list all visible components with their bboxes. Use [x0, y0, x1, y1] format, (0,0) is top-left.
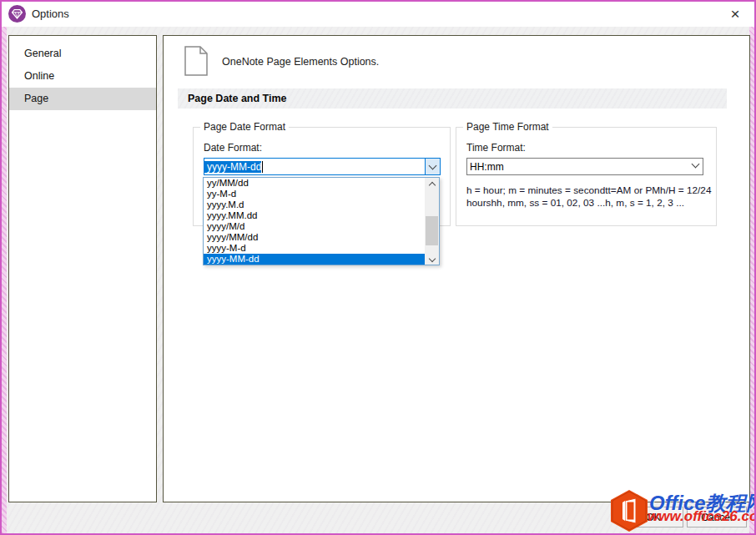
scrollbar-down-icon[interactable]: [425, 254, 439, 265]
sidebar-item-label: Online: [24, 70, 54, 82]
dropdown-option-selected[interactable]: yyyy-MM-dd: [204, 254, 425, 265]
combobox-value: HH:mm: [467, 161, 504, 173]
time-format-combobox[interactable]: HH:mm: [466, 158, 703, 175]
main-panel: OneNote Page Elements Options. Page Date…: [163, 35, 750, 502]
window-title: Options: [32, 8, 69, 20]
dropdown-option[interactable]: yy/MM/dd: [204, 178, 425, 189]
scrollbar-thumb[interactable]: [426, 216, 438, 245]
time-format-help-text: h = hour; m = minutes = secondtt=AM or P…: [466, 184, 715, 209]
sidebar-item-label: General: [24, 48, 61, 59]
sidebar: General Online Page: [8, 35, 157, 502]
dropdown-option[interactable]: yy-M-d: [204, 189, 425, 199]
close-icon[interactable]: ×: [724, 4, 746, 24]
dropdown-option[interactable]: yyyy/MM/dd: [204, 232, 425, 243]
sidebar-item-general[interactable]: General: [9, 43, 156, 65]
options-gem-icon: [8, 5, 26, 23]
cancel-button[interactable]: Cancel: [687, 507, 747, 527]
sidebar-item-page[interactable]: Page: [9, 88, 156, 110]
sidebar-item-label: Page: [24, 93, 48, 104]
options-dialog: Options × General Online Page OneNote Pa…: [0, 0, 756, 535]
chevron-down-icon: [693, 164, 698, 167]
chevron-down-icon[interactable]: [425, 159, 440, 174]
sidebar-item-online[interactable]: Online: [9, 65, 156, 88]
time-format-label: Time Format:: [466, 142, 526, 154]
group-title: Page Time Format: [463, 121, 552, 133]
page-time-format-group: Page Time Format Time Format: HH:mm h = …: [456, 127, 717, 226]
dropdown-option[interactable]: yyyy/M/d: [204, 221, 425, 232]
dropdown-option[interactable]: yyyy.M.d: [204, 199, 425, 210]
ok-button[interactable]: OK: [623, 507, 683, 527]
intro-text: OneNote Page Elements Options.: [222, 56, 379, 68]
text-caret: [262, 161, 263, 173]
section-header: Page Date and Time: [178, 88, 727, 109]
dropdown-list: yy/MM/dd yy-M-d yyyy.M.d yyyy.MM.dd yyyy…: [204, 178, 425, 265]
dropdown-scrollbar[interactable]: [425, 178, 439, 265]
date-format-combobox[interactable]: yyyy-MM-dd: [204, 158, 441, 175]
window-frame-left: [2, 26, 7, 533]
document-icon: [184, 46, 208, 79]
combobox-value: yyyy-MM-dd: [204, 161, 261, 173]
dropdown-option[interactable]: yyyy.MM.dd: [204, 210, 425, 221]
title-bar[interactable]: Options ×: [2, 2, 754, 27]
group-title: Page Date Format: [200, 121, 289, 133]
date-format-label: Date Format:: [204, 142, 262, 154]
dialog-footer: OK Cancel: [2, 501, 754, 533]
scrollbar-up-icon[interactable]: [425, 178, 439, 189]
dropdown-option[interactable]: yyyy-M-d: [204, 243, 425, 254]
date-format-dropdown: yy/MM/dd yy-M-d yyyy.M.d yyyy.MM.dd yyyy…: [203, 177, 440, 265]
